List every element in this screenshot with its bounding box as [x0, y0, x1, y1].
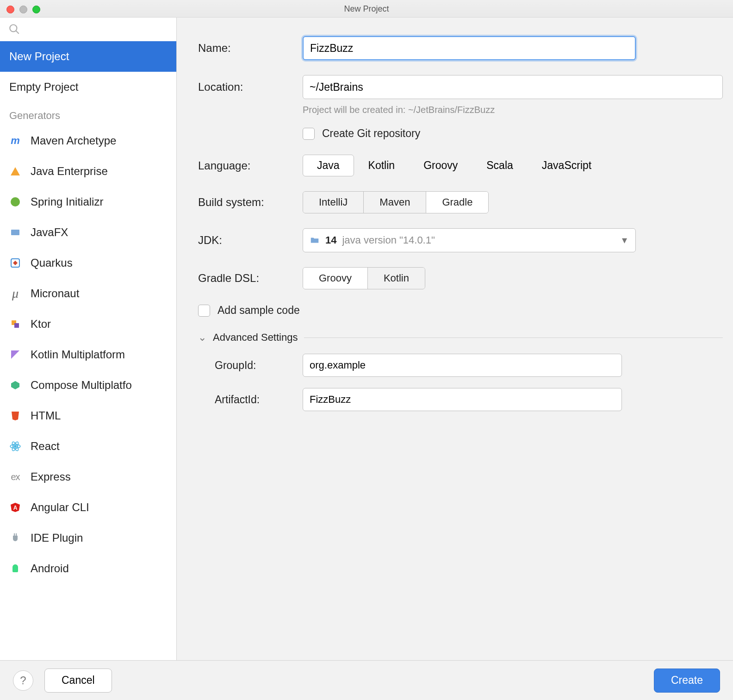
dsl-label: Gradle DSL: [198, 272, 303, 285]
language-option-scala[interactable]: Scala [472, 155, 528, 176]
sidebar-item-label: Maven Archetype [31, 134, 116, 147]
name-label: Name: [198, 42, 303, 55]
sidebar-item-ide-plugin[interactable]: IDE Plugin [0, 523, 176, 553]
language-option-kotlin[interactable]: Kotlin [354, 155, 410, 176]
svg-rect-4 [11, 230, 19, 235]
location-input[interactable] [303, 75, 723, 99]
sidebar-item-label: Angular CLI [31, 501, 89, 514]
chevron-down-icon: ▾ [622, 234, 627, 246]
titlebar: New Project [0, 0, 733, 18]
svg-marker-6 [13, 261, 18, 265]
sidebar-item-ktor[interactable]: Ktor [0, 309, 176, 339]
jdk-value: 14 [325, 234, 336, 246]
jdk-label: JDK: [198, 234, 303, 247]
sidebar-item-label: Ktor [31, 318, 51, 331]
help-icon: ? [20, 674, 26, 687]
sidebar-item-micronaut[interactable]: μ Micronaut [0, 278, 176, 309]
sidebar: New Project Empty Project Generators m M… [0, 18, 177, 660]
create-button[interactable]: Create [654, 669, 720, 693]
sidebar-item-android[interactable]: Android [0, 553, 176, 584]
language-option-javascript[interactable]: JavaScript [528, 155, 606, 176]
dsl-option-kotlin[interactable]: Kotlin [367, 268, 425, 289]
sidebar-item-label: Android [31, 562, 69, 575]
sidebar-item-empty-project[interactable]: Empty Project [0, 72, 176, 102]
plugin-icon [9, 532, 21, 544]
html-icon [9, 410, 21, 422]
minimize-window-icon[interactable] [19, 6, 27, 13]
groupid-input[interactable] [303, 354, 622, 377]
maven-icon: m [9, 135, 21, 147]
git-label: Create Git repository [322, 127, 420, 140]
sample-checkbox[interactable] [198, 305, 210, 317]
react-icon [9, 440, 21, 452]
search-icon [8, 23, 20, 35]
location-label: Location: [198, 81, 303, 94]
angular-icon: A [9, 501, 21, 513]
build-option-maven[interactable]: Maven [363, 192, 426, 213]
form-area: Name: Location: Project will be created … [177, 18, 733, 660]
jdk-dropdown[interactable]: 14 java version "14.0.1" ▾ [303, 228, 636, 252]
svg-marker-11 [12, 412, 19, 420]
svg-marker-2 [11, 167, 20, 175]
footer: ? Cancel Create [0, 660, 733, 700]
sidebar-item-label: JavaFX [31, 226, 68, 239]
git-checkbox[interactable] [303, 128, 315, 140]
sidebar-item-new-project[interactable]: New Project [0, 41, 176, 72]
dsl-option-groovy[interactable]: Groovy [303, 268, 367, 289]
java-ee-icon [9, 165, 21, 177]
sidebar-item-angular-cli[interactable]: A Angular CLI [0, 492, 176, 523]
sidebar-item-quarkus[interactable]: Quarkus [0, 248, 176, 278]
svg-rect-18 [14, 533, 15, 536]
sidebar-item-html[interactable]: HTML [0, 400, 176, 431]
micronaut-icon: μ [9, 288, 21, 300]
android-icon [9, 562, 21, 575]
build-option-intellij[interactable]: IntelliJ [303, 192, 363, 213]
sidebar-item-spring-initializr[interactable]: Spring Initializr [0, 187, 176, 217]
express-icon: ex [9, 471, 21, 483]
build-option-gradle[interactable]: Gradle [426, 192, 488, 213]
sidebar-item-express[interactable]: ex Express [0, 462, 176, 492]
sidebar-item-javafx[interactable]: JavaFX [0, 217, 176, 248]
language-label: Language: [198, 159, 303, 172]
name-input[interactable] [303, 36, 636, 60]
sidebar-item-label: Empty Project [9, 81, 78, 94]
sidebar-item-java-enterprise[interactable]: Java Enterprise [0, 156, 176, 187]
build-segmented: IntelliJ Maven Gradle [303, 191, 489, 213]
svg-rect-8 [14, 323, 19, 328]
search-input[interactable] [0, 18, 176, 41]
help-button[interactable]: ? [13, 670, 33, 691]
language-segmented: Java Kotlin Groovy Scala JavaScript [303, 155, 606, 176]
svg-point-12 [14, 445, 16, 447]
svg-point-3 [11, 197, 20, 206]
sidebar-item-label: Java Enterprise [31, 165, 108, 178]
kotlin-icon [9, 349, 21, 361]
svg-rect-19 [16, 533, 17, 536]
cancel-button[interactable]: Cancel [44, 669, 112, 693]
zoom-window-icon[interactable] [32, 6, 40, 13]
window-controls [6, 6, 40, 13]
sidebar-item-label: Spring Initializr [31, 195, 103, 208]
folder-icon [310, 235, 320, 245]
ktor-icon [9, 318, 21, 330]
svg-marker-10 [11, 381, 19, 389]
sidebar-item-compose-multiplatform[interactable]: Compose Multiplatfo [0, 370, 176, 400]
advanced-settings-header[interactable]: ⌄ Advanced Settings [198, 331, 723, 344]
sidebar-item-label: Quarkus [31, 256, 73, 269]
divider [304, 338, 723, 338]
groupid-label: GroupId: [215, 359, 303, 372]
language-option-groovy[interactable]: Groovy [409, 155, 472, 176]
language-option-java[interactable]: Java [303, 155, 354, 176]
sidebar-item-kotlin-multiplatform[interactable]: Kotlin Multiplatform [0, 339, 176, 370]
sidebar-item-maven-archetype[interactable]: m Maven Archetype [0, 125, 176, 156]
advanced-label: Advanced Settings [213, 331, 298, 344]
sidebar-item-react[interactable]: React [0, 431, 176, 462]
svg-text:A: A [13, 505, 18, 511]
artifactid-input[interactable] [303, 388, 622, 411]
jdk-detail: java version "14.0.1" [342, 234, 435, 246]
svg-point-0 [10, 25, 17, 31]
window-title: New Project [344, 0, 389, 18]
close-window-icon[interactable] [6, 6, 14, 13]
svg-line-1 [16, 31, 19, 34]
sidebar-item-label: React [31, 440, 60, 453]
sidebar-item-label: IDE Plugin [31, 531, 83, 544]
